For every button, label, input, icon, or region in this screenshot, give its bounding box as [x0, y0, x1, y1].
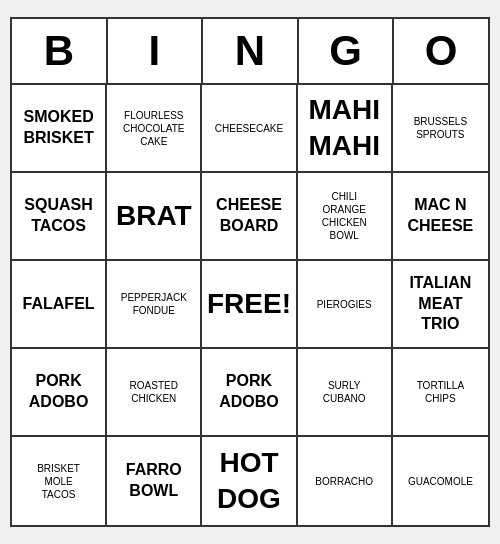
bingo-cell-15: PORK ADOBO [12, 349, 107, 437]
cell-text-16: ROASTED CHICKEN [130, 379, 178, 405]
cell-text-1: FLOURLESS CHOCOLATE CAKE [123, 109, 185, 148]
bingo-cell-7: CHEESE BOARD [202, 173, 297, 261]
bingo-cell-8: CHILI ORANGE CHICKEN BOWL [298, 173, 393, 261]
bingo-cell-16: ROASTED CHICKEN [107, 349, 202, 437]
cell-text-4: BRUSSELS SPROUTS [414, 115, 467, 141]
cell-text-0: SMOKED BRISKET [23, 107, 93, 149]
cell-text-2: CHEESECAKE [215, 122, 283, 135]
bingo-cell-14: ITALIAN MEAT TRIO [393, 261, 488, 349]
bingo-cell-12: Free! [202, 261, 297, 349]
bingo-cell-6: BRAT [107, 173, 202, 261]
bingo-header: BINGO [12, 19, 488, 85]
cell-text-11: PEPPERJACK FONDUE [121, 291, 187, 317]
cell-text-15: PORK ADOBO [29, 371, 89, 413]
cell-text-8: CHILI ORANGE CHICKEN BOWL [322, 190, 367, 242]
bingo-cell-13: PIEROGIES [298, 261, 393, 349]
bingo-cell-22: HOT DOG [202, 437, 297, 525]
cell-text-21: FARRO BOWL [126, 460, 182, 502]
bingo-cell-19: TORTILLA CHIPS [393, 349, 488, 437]
cell-text-17: PORK ADOBO [219, 371, 279, 413]
bingo-cell-11: PEPPERJACK FONDUE [107, 261, 202, 349]
bingo-card: BINGO SMOKED BRISKETFLOURLESS CHOCOLATE … [10, 17, 490, 527]
bingo-cell-24: GUACOMOLE [393, 437, 488, 525]
cell-text-18: SURLY CUBANO [323, 379, 366, 405]
cell-text-7: CHEESE BOARD [216, 195, 282, 237]
bingo-letter-o: O [394, 19, 488, 83]
bingo-cell-10: FALAFEL [12, 261, 107, 349]
bingo-letter-b: B [12, 19, 108, 83]
bingo-letter-i: I [108, 19, 204, 83]
bingo-cell-20: BRISKET MOLE TACOS [12, 437, 107, 525]
bingo-cell-9: MAC N CHEESE [393, 173, 488, 261]
cell-text-23: BORRACHO [315, 475, 373, 488]
cell-text-14: ITALIAN MEAT TRIO [409, 273, 471, 335]
bingo-cell-3: MAHI MAHI [298, 85, 393, 173]
cell-text-12: Free! [207, 286, 291, 322]
bingo-cell-21: FARRO BOWL [107, 437, 202, 525]
cell-text-10: FALAFEL [23, 294, 95, 315]
cell-text-22: HOT DOG [217, 445, 281, 518]
bingo-cell-17: PORK ADOBO [202, 349, 297, 437]
bingo-cell-23: BORRACHO [298, 437, 393, 525]
bingo-cell-2: CHEESECAKE [202, 85, 297, 173]
bingo-letter-n: N [203, 19, 299, 83]
cell-text-13: PIEROGIES [317, 298, 372, 311]
bingo-cell-5: SQUASH TACOS [12, 173, 107, 261]
bingo-letter-g: G [299, 19, 395, 83]
cell-text-24: GUACOMOLE [408, 475, 473, 488]
cell-text-5: SQUASH TACOS [24, 195, 92, 237]
bingo-cell-4: BRUSSELS SPROUTS [393, 85, 488, 173]
cell-text-9: MAC N CHEESE [407, 195, 473, 237]
cell-text-6: BRAT [116, 198, 192, 234]
bingo-cell-1: FLOURLESS CHOCOLATE CAKE [107, 85, 202, 173]
cell-text-19: TORTILLA CHIPS [417, 379, 464, 405]
cell-text-20: BRISKET MOLE TACOS [37, 462, 80, 501]
bingo-cell-0: SMOKED BRISKET [12, 85, 107, 173]
bingo-grid: SMOKED BRISKETFLOURLESS CHOCOLATE CAKECH… [12, 85, 488, 525]
bingo-cell-18: SURLY CUBANO [298, 349, 393, 437]
cell-text-3: MAHI MAHI [308, 92, 380, 165]
